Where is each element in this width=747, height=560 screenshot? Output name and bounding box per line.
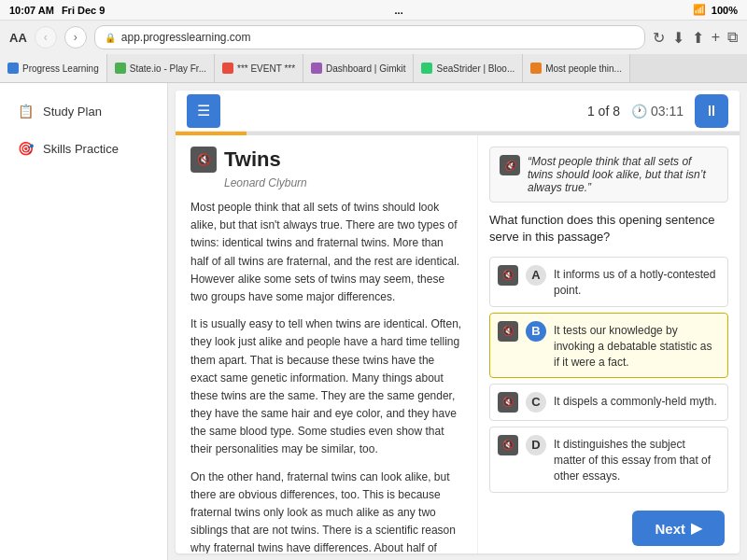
status-bar: 10:07 AM Fri Dec 9 ... 📶 100%	[0, 0, 747, 21]
browser-tabs: Progress Learning State.io - Play Fr... …	[0, 54, 747, 82]
passage-panel: 🔇 Twins Leonard Clyburn Most people thin…	[176, 135, 478, 553]
answer-option-c[interactable]: 🔇 C It dispels a commonly-held myth.	[489, 384, 728, 421]
passage-paragraph-1: Most people think that all sets of twins…	[190, 199, 462, 306]
tab-icon	[421, 63, 432, 74]
time: 10:07 AM	[9, 5, 54, 16]
page-counter: 1 of 8	[587, 104, 620, 119]
quote-box: 🔇 “Most people think that all sets of tw…	[489, 147, 728, 203]
tab-label: Dashboard | Gimkit	[326, 63, 405, 74]
tab-icon	[311, 63, 322, 74]
tab-icon	[530, 63, 542, 74]
sidebar-item-study-plan[interactable]: 📋 Study Plan	[0, 92, 167, 130]
content-body: 🔇 Twins Leonard Clyburn Most people thin…	[176, 135, 740, 553]
sidebar-item-skills-practice[interactable]: 🎯 Skills Practice	[0, 130, 167, 167]
next-label: Next	[655, 521, 685, 537]
content-topbar: ☰ 1 of 8 🕐 03:11 ⏸	[176, 91, 740, 132]
add-tab-button[interactable]: +	[712, 29, 720, 46]
passage-paragraph-3: On the other hand, fraternal twins can l…	[190, 469, 462, 553]
tab-seastrider[interactable]: SeaStrider | Bloo...	[414, 54, 523, 82]
wifi-icon: 📶	[693, 4, 706, 16]
option-b-text: It tests our knowledge by invoking a deb…	[554, 321, 720, 370]
tab-event[interactable]: *** EVENT ***	[215, 54, 303, 82]
option-c-text: It dispels a commonly-held myth.	[554, 392, 720, 410]
share-button[interactable]: ⬆	[692, 29, 704, 47]
battery: 100%	[712, 5, 738, 16]
main-area: 📋 Study Plan 🎯 Skills Practice ☰ 1 of 8 …	[0, 83, 747, 560]
url: app.progresslearning.com	[121, 31, 251, 44]
font-label: AA	[9, 31, 27, 45]
next-arrow: ▶	[691, 520, 702, 537]
lock-icon: 🔒	[105, 33, 116, 43]
study-plan-icon: 📋	[18, 104, 34, 119]
menu-button[interactable]: ☰	[187, 94, 220, 128]
next-button-container: Next ▶	[617, 503, 740, 553]
pause-button[interactable]: ⏸	[695, 94, 728, 128]
option-c-audio[interactable]: 🔇	[498, 392, 518, 413]
address-bar[interactable]: 🔒 app.progresslearning.com	[94, 25, 645, 49]
question-text: What function does this opening sentence…	[489, 212, 728, 245]
skills-practice-icon: 🎯	[18, 141, 34, 156]
sidebar-item-label: Study Plan	[43, 105, 102, 119]
date: Fri Dec 9	[62, 5, 105, 16]
option-d-text: It distinguishes the subject matter of t…	[554, 435, 720, 483]
topbar-right: 1 of 8 🕐 03:11 ⏸	[587, 94, 728, 128]
passage-header: 🔇 Twins	[190, 147, 462, 173]
tab-label: Most people thin...	[545, 63, 622, 74]
tab-mostpeople[interactable]: Most people thin...	[523, 54, 630, 82]
download-button[interactable]: ⬇	[672, 29, 684, 47]
option-a-text: It informs us of a hotly-contested point…	[554, 265, 720, 299]
tab-gimkit[interactable]: Dashboard | Gimkit	[303, 54, 414, 82]
option-a-audio[interactable]: 🔇	[498, 265, 518, 286]
quote-text: “Most people think that all sets of twin…	[528, 155, 718, 194]
answer-option-a[interactable]: 🔇 A It informs us of a hotly-contested p…	[489, 257, 728, 307]
tab-label: Progress Learning	[22, 63, 99, 74]
sidebar-item-label: Skills Practice	[43, 142, 119, 156]
option-d-audio[interactable]: 🔇	[498, 435, 518, 455]
passage-author: Leonard Clyburn	[224, 176, 462, 189]
tab-icon	[115, 63, 126, 74]
next-button[interactable]: Next ▶	[632, 511, 725, 546]
tab-progress-learning[interactable]: Progress Learning	[0, 54, 107, 82]
option-d-letter: D	[526, 435, 546, 455]
passage-paragraph-2: It is usually easy to tell when twins ar…	[190, 315, 462, 459]
timer-value: 03:11	[651, 104, 684, 119]
answer-option-d[interactable]: 🔇 D It distinguishes the subject matter …	[489, 427, 728, 492]
quote-audio-button[interactable]: 🔇	[500, 155, 520, 175]
tab-label: State.io - Play Fr...	[130, 63, 206, 74]
tab-icon	[7, 63, 19, 74]
option-a-letter: A	[526, 265, 546, 286]
reload-button[interactable]: ↻	[653, 29, 665, 47]
forward-button[interactable]: ›	[64, 26, 87, 49]
tab-stateio[interactable]: State.io - Play Fr...	[107, 54, 215, 82]
back-button[interactable]: ‹	[35, 26, 57, 49]
sidebar: 📋 Study Plan 🎯 Skills Practice	[0, 83, 168, 560]
answer-option-b[interactable]: 🔇 B It tests our knowledge by invoking a…	[489, 313, 728, 378]
timer: 🕐 03:11	[631, 104, 684, 119]
dots: ...	[395, 5, 403, 16]
clock-icon: 🕐	[631, 104, 647, 119]
browser-chrome: AA ‹ › 🔒 app.progresslearning.com ↻ ⬇ ⬆ …	[0, 21, 747, 83]
option-b-letter: B	[526, 321, 546, 342]
tab-icon	[222, 63, 233, 74]
option-c-letter: C	[526, 392, 546, 413]
passage-title: Twins	[224, 147, 281, 172]
tab-label: *** EVENT ***	[237, 63, 295, 74]
tabs-button[interactable]: ⧉	[727, 29, 738, 46]
passage-audio-button[interactable]: 🔇	[190, 147, 217, 173]
passage-text: Most people think that all sets of twins…	[190, 199, 462, 553]
content-wrapper: ☰ 1 of 8 🕐 03:11 ⏸ 🔇 Twins Leonard Cl	[176, 91, 740, 553]
option-b-audio[interactable]: 🔇	[498, 321, 518, 342]
question-panel: 🔇 “Most people think that all sets of tw…	[478, 135, 740, 553]
tab-label: SeaStrider | Bloo...	[436, 63, 514, 74]
